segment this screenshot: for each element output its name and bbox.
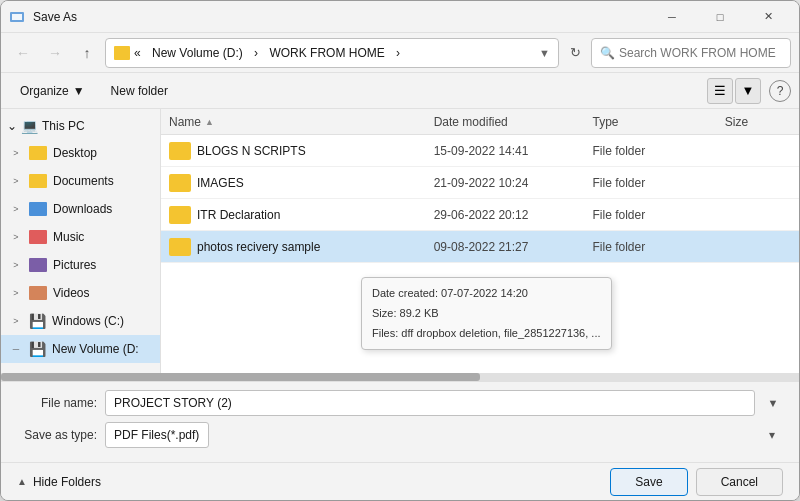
folder-icon-desktop [29,146,47,160]
drive-icon-c: 💾 [29,313,46,329]
sidebar-item-documents[interactable]: > Documents [1,167,160,195]
address-sep1: › [254,46,258,60]
bottom-bar: ▲ Hide Folders Save Cancel [1,462,799,500]
view-buttons: ☰ ▼ [707,78,761,104]
this-pc-label: This PC [42,119,85,133]
forward-button[interactable]: → [41,39,69,67]
sidebar-item-videos[interactable]: > Videos [1,279,160,307]
hide-folders-button[interactable]: ▲ Hide Folders [17,475,101,489]
file-name-blogs: BLOGS N SCRIPTS [169,142,434,160]
file-date-images: 21-09-2022 10:24 [434,176,593,190]
sort-indicator: ▲ [205,117,214,127]
titlebar: Save As ─ □ ✕ [1,1,799,33]
search-bar[interactable]: 🔍 [591,38,791,68]
sidebar-item-windows-c[interactable]: > 💾 Windows (C:) [1,307,160,335]
svg-rect-1 [12,14,22,20]
table-row[interactable]: ITR Declaration 29-06-2022 20:12 File fo… [161,199,799,231]
address-text: « New Volume (D:) › WORK FROM HOME › [134,46,535,60]
minimize-button[interactable]: ─ [649,1,695,33]
organize-button[interactable]: Organize ▼ [9,78,96,104]
tooltip-date-label: Date created: [372,287,438,299]
filename-label: File name: [17,396,97,410]
search-input[interactable] [619,46,782,60]
tooltip-files: Files: dff dropbox deletion, file_285122… [372,324,601,344]
file-type-images: File folder [593,176,725,190]
tooltip-size-label: Size: [372,307,396,319]
computer-icon: 💻 [21,118,38,134]
column-date-label: Date modified [434,115,508,129]
file-name-photos: photos recivery sample [169,238,434,256]
maximize-button[interactable]: □ [697,1,743,33]
save-as-dialog: Save As ─ □ ✕ ← → ↑ « New Volume (D:) › … [0,0,800,501]
refresh-button[interactable]: ↻ [563,41,587,65]
table-row[interactable]: BLOGS N SCRIPTS 15-09-2022 14:41 File fo… [161,135,799,167]
column-date[interactable]: Date modified [434,115,593,129]
this-pc-item[interactable]: ⌄ 💻 This PC [1,113,160,139]
sidebar-item-new-volume-d[interactable]: ─ 💾 New Volume (D: [1,335,160,363]
folder-icon-videos [29,286,47,300]
folder-icon-documents [29,174,47,188]
help-button[interactable]: ? [769,80,791,102]
expand-icon: > [9,314,23,328]
sidebar-item-pictures[interactable]: > Pictures [1,251,160,279]
column-size[interactable]: Size [725,115,791,129]
file-list: Name ▲ Date modified Type Size BLOGS N S… [161,109,799,373]
sidebar-label-documents: Documents [53,174,114,188]
content-area: ⌄ 💻 This PC > Desktop > Documents > Down… [1,109,799,373]
filetype-row: Save as type: PDF Files(*.pdf) [17,422,783,448]
title-icon [9,9,25,25]
save-button[interactable]: Save [610,468,687,496]
tooltip-size-value: 89.2 KB [400,307,439,319]
sidebar-item-desktop[interactable]: > Desktop [1,139,160,167]
folder-icon-music [29,230,47,244]
up-button[interactable]: ↑ [73,39,101,67]
filetype-select-wrapper: PDF Files(*.pdf) [105,422,783,448]
address-bar[interactable]: « New Volume (D:) › WORK FROM HOME › ▼ [105,38,559,68]
file-date-photos: 09-08-2022 21:27 [434,240,593,254]
expand-icon: > [9,258,23,272]
column-name[interactable]: Name ▲ [169,115,434,129]
horizontal-scrollbar[interactable] [1,373,799,381]
tooltip-date-created: Date created: 07-07-2022 14:20 [372,284,601,304]
list-view-button[interactable]: ☰ [707,78,733,104]
drive-icon-d: 💾 [29,341,46,357]
address-prefix: « [134,46,141,60]
expand-icon: > [9,286,23,300]
filetype-select[interactable]: PDF Files(*.pdf) [105,422,209,448]
sidebar-label-windows-c: Windows (C:) [52,314,124,328]
close-button[interactable]: ✕ [745,1,791,33]
address-dropdown-icon[interactable]: ▼ [539,47,550,59]
table-row[interactable]: IMAGES 21-09-2022 10:24 File folder [161,167,799,199]
sidebar-label-downloads: Downloads [53,202,112,216]
tooltip-date-value: 07-07-2022 14:20 [441,287,528,299]
filename-input[interactable] [105,390,755,416]
expand-icon: ─ [9,342,23,356]
column-type[interactable]: Type [593,115,725,129]
search-icon: 🔍 [600,46,615,60]
sidebar-label-videos: Videos [53,286,89,300]
file-name-images: IMAGES [169,174,434,192]
folder-icon-pictures [29,258,47,272]
column-size-label: Size [725,115,748,129]
sidebar-item-downloads[interactable]: > Downloads [1,195,160,223]
sidebar-label-pictures: Pictures [53,258,96,272]
folder-icon [169,142,191,160]
new-folder-button[interactable]: New folder [100,78,179,104]
chevron-up-icon: ▲ [17,476,27,487]
table-row[interactable]: photos recivery sample 09-08-2022 21:27 … [161,231,799,263]
view-dropdown-button[interactable]: ▼ [735,78,761,104]
cancel-button[interactable]: Cancel [696,468,783,496]
back-button[interactable]: ← [9,39,37,67]
file-name-itr: ITR Declaration [169,206,434,224]
file-list-header: Name ▲ Date modified Type Size [161,109,799,135]
filename-dropdown-icon[interactable]: ▼ [763,397,783,409]
expand-icon: > [9,230,23,244]
sidebar-item-music[interactable]: > Music [1,223,160,251]
tooltip-files-value: dff dropbox deletion, file_2851227136, .… [401,327,600,339]
file-type-blogs: File folder [593,144,725,158]
tooltip-files-label: Files: [372,327,398,339]
file-date-blogs: 15-09-2022 14:41 [434,144,593,158]
scrollbar-thumb[interactable] [1,373,480,381]
sidebar-label-new-volume-d: New Volume (D: [52,342,139,356]
file-type-itr: File folder [593,208,725,222]
